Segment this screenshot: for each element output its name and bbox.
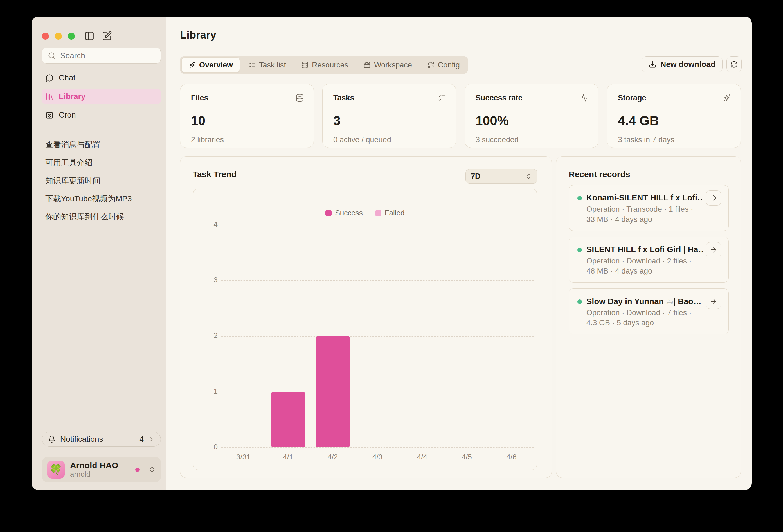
record-title: SILENT HILL f x Lofi Girl | Ha…: [586, 245, 703, 254]
chevrons-up-down-icon: [149, 466, 156, 473]
chat-history-item[interactable]: 查看消息与配置: [42, 137, 161, 153]
legend-swatch: [375, 210, 381, 216]
chart-legend: SuccessFailed: [193, 209, 537, 217]
tab-overview[interactable]: Overview: [181, 57, 240, 72]
tab-label: Workspace: [374, 61, 412, 69]
gridline: [221, 447, 534, 448]
new-download-button[interactable]: New download: [641, 56, 723, 72]
open-record-button[interactable]: [706, 190, 721, 206]
sidebar-item-library[interactable]: Library: [42, 89, 161, 104]
x-tick-label: 4/2: [312, 453, 354, 462]
x-tick-label: 4/1: [267, 453, 309, 462]
stat-sub: 3 succeeded: [476, 135, 588, 144]
stat-sub: 3 tasks in 7 days: [618, 135, 730, 144]
open-record-button[interactable]: [706, 242, 721, 257]
x-tick-label: 4/6: [491, 453, 533, 462]
record-meta: 4.3 GB · 5 days ago: [586, 319, 654, 327]
user-menu[interactable]: 🍀 Arnold HAO arnold: [42, 457, 161, 482]
chart-bar-success-4/1: [271, 392, 305, 447]
tab-config[interactable]: Config: [420, 57, 467, 72]
gridline: [221, 225, 534, 225]
app-window: Chat Library Cron 查看消息与配置 可用工具介绍 知识库更新时间…: [31, 17, 752, 490]
y-tick-label: 2: [198, 331, 218, 340]
bell-icon: [48, 435, 56, 443]
notifications-button[interactable]: Notifications 4: [42, 432, 161, 446]
clapperboard-icon: [364, 61, 371, 69]
status-dot-green: [577, 196, 582, 200]
legend-item: Success: [325, 209, 363, 217]
chat-history-item[interactable]: 可用工具介绍: [42, 155, 161, 171]
x-tick-label: 4/3: [356, 453, 399, 462]
sidebar: Chat Library Cron 查看消息与配置 可用工具介绍 知识库更新时间…: [31, 17, 166, 490]
status-dot: [135, 468, 139, 472]
record-item[interactable]: Konami-SILENT HILL f x Lofi… Operation ·…: [569, 185, 729, 231]
minimize-button[interactable]: [55, 33, 62, 40]
stat-card-files: Files 10 2 libraries: [180, 84, 314, 148]
gridline: [221, 336, 534, 337]
stat-sub: 2 libraries: [191, 135, 303, 144]
y-tick-label: 3: [198, 276, 218, 284]
toggle-sidebar-icon[interactable]: [84, 31, 94, 41]
time-range-select[interactable]: 7D: [466, 169, 537, 184]
x-tick-label: 3/31: [222, 453, 264, 462]
legend-label: Failed: [385, 209, 405, 217]
refresh-button[interactable]: [726, 56, 742, 72]
page-title: Library: [180, 29, 216, 41]
activity-icon: [580, 94, 589, 102]
record-title: Konami-SILENT HILL f x Lofi…: [586, 193, 703, 202]
zoom-button[interactable]: [68, 33, 75, 40]
time-range-value: 7D: [471, 172, 481, 181]
main-content: Library Overview Task list Resources Wor…: [166, 17, 752, 490]
search-input-wrapper[interactable]: [42, 48, 161, 64]
tab-resources[interactable]: Resources: [294, 57, 355, 72]
sidebar-item-label: Chat: [59, 73, 75, 83]
chat-history-item[interactable]: 你的知识库到什么时候: [42, 209, 161, 225]
legend-label: Success: [335, 209, 363, 217]
stat-value: 100%: [476, 113, 588, 128]
tab-workspace[interactable]: Workspace: [356, 57, 419, 72]
chevron-right-icon: [148, 436, 155, 443]
new-download-label: New download: [660, 60, 716, 69]
task-trend-panel: Task Trend 7D SuccessFailed 012343/314/1…: [180, 156, 552, 478]
sparkles-icon: [188, 61, 196, 69]
search-input[interactable]: [60, 51, 155, 60]
record-title: Slow Day in Yunnan ☕| Bao…: [586, 296, 703, 306]
record-meta: Operation · Download · 2 files ·: [586, 257, 692, 265]
calendar-clock-icon: [45, 111, 54, 119]
chat-history-item[interactable]: 下载YouTube视频为MP3: [42, 191, 161, 207]
stat-label: Success rate: [476, 94, 588, 102]
stat-card-tasks: Tasks 3 0 active / queued: [322, 84, 456, 148]
tab-bar: Overview Task list Resources Workspace C…: [180, 56, 468, 74]
stat-label: Storage: [618, 94, 730, 102]
record-meta: Operation · Download · 7 files ·: [586, 309, 692, 317]
record-item[interactable]: Slow Day in Yunnan ☕| Bao… Operation · D…: [569, 288, 729, 334]
sidebar-item-cron[interactable]: Cron: [42, 107, 161, 123]
tab-label: Overview: [199, 61, 233, 69]
chat-icon: [45, 74, 54, 82]
list-checks-icon: [438, 94, 446, 102]
stat-sub: 0 active / queued: [333, 135, 445, 144]
arrow-right-icon: [710, 246, 717, 254]
notifications-label: Notifications: [60, 435, 103, 444]
stat-value: 3: [333, 113, 445, 128]
refresh-icon: [730, 60, 738, 68]
record-item[interactable]: SILENT HILL f x Lofi Girl | Ha… Operatio…: [569, 237, 729, 283]
open-record-button[interactable]: [706, 294, 721, 309]
chevrons-up-down-icon: [525, 173, 532, 180]
record-meta: 33 MB · 4 days ago: [586, 215, 652, 224]
sidebar-item-chat[interactable]: Chat: [42, 70, 161, 86]
chat-history-item[interactable]: 知识库更新时间: [42, 173, 161, 189]
stat-card-storage: Storage 4.4 GB 3 tasks in 7 days: [607, 84, 741, 148]
download-icon: [649, 60, 656, 68]
compose-icon[interactable]: [102, 31, 112, 41]
database-icon: [295, 94, 304, 102]
y-tick-label: 0: [198, 443, 218, 451]
legend-item: Failed: [375, 209, 405, 217]
sidebar-item-label: Library: [59, 92, 86, 101]
notifications-count: 4: [139, 435, 144, 444]
stat-value: 4.4 GB: [618, 113, 730, 128]
tab-task-list[interactable]: Task list: [242, 57, 293, 72]
tab-label: Resources: [312, 61, 348, 69]
close-button[interactable]: [42, 33, 49, 40]
tab-label: Task list: [259, 61, 286, 69]
